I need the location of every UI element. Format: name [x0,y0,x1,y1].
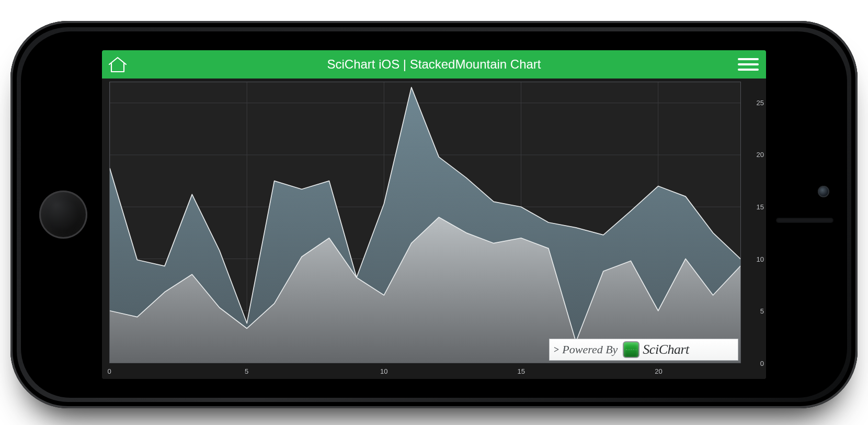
y-tick-label: 15 [743,203,764,211]
iphone-device-frame: SciChart iOS | StackedMountain Chart [10,21,858,408]
chart-surface[interactable]: > Powered By SciChart 0510152025 0510152… [102,79,766,379]
app-topbar: SciChart iOS | StackedMountain Chart [102,50,766,79]
iphone-home-button[interactable] [39,191,87,239]
y-tick-label: 20 [743,151,764,159]
x-tick-label: 15 [518,367,525,375]
y-tick-label: 0 [743,360,764,367]
y-tick-label: 10 [743,255,764,263]
x-tick-label: 0 [107,367,111,375]
powered-by-badge[interactable]: > Powered By SciChart [549,339,738,361]
brand-text: SciChart [643,342,689,357]
iphone-speaker [776,218,833,223]
app-screen: SciChart iOS | StackedMountain Chart [102,50,766,379]
powered-by-label: Powered By [562,343,618,356]
hamburger-menu-icon[interactable] [738,58,759,71]
scichart-logo-icon [623,341,639,358]
x-tick-label: 10 [380,367,387,375]
iphone-front-camera [818,186,829,197]
y-tick-label: 5 [743,307,764,315]
page-title: SciChart iOS | StackedMountain Chart [327,57,541,72]
home-icon[interactable] [107,56,128,73]
y-tick-label: 25 [743,98,764,106]
chart-plot-area[interactable]: > Powered By SciChart [109,82,741,363]
x-tick-label: 20 [655,367,662,375]
chart-svg [110,82,740,363]
x-axis-labels: 05101520 [109,365,741,379]
x-tick-label: 5 [245,367,248,375]
y-axis-labels: 0510152025 [743,82,764,363]
caret-icon: > [554,344,559,355]
